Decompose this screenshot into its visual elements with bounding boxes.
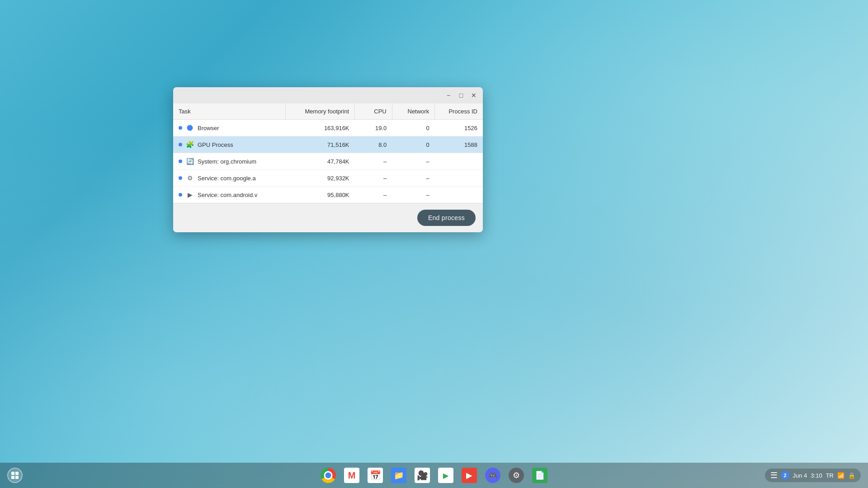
window-footer: End process (173, 203, 483, 232)
taskbar-app-discord[interactable]: 🎮 (482, 465, 503, 486)
col-header-network[interactable]: Network (392, 103, 434, 120)
table-row[interactable]: ▶ Service: com.android.v 95,880K – – (173, 187, 483, 203)
cpu-cell: 8.0 (355, 136, 392, 153)
pid-cell: 1588 (435, 136, 483, 153)
taskbar-app-settings[interactable]: ⚙ (506, 465, 527, 486)
maximize-button[interactable]: □ (457, 91, 466, 100)
table-row[interactable]: ⚙ Service: com.google.a 92,932K – – (173, 170, 483, 187)
wifi-icon: 📶 (837, 472, 844, 479)
cpu-cell: – (355, 187, 392, 203)
taskbar-app-files[interactable]: 📁 (388, 465, 409, 486)
table-row[interactable]: Browser 163,916K 19.0 0 1526 (173, 120, 483, 136)
task-cell-service-android[interactable]: ▶ Service: com.android.v (173, 187, 285, 203)
status-dot (179, 143, 182, 146)
desktop (0, 0, 868, 488)
taskbar-app-chrome[interactable] (318, 465, 339, 486)
cpu-cell: – (355, 170, 392, 187)
taskbar-app-files2[interactable]: 📄 (529, 465, 550, 486)
network-cell: – (392, 153, 434, 170)
taskbar-right: ☰ 2 Jun 4 3:10 TR 📶 🔒 (765, 469, 861, 482)
network-cell: 0 (392, 120, 434, 136)
lock-icon: 🔒 (848, 472, 855, 479)
task-name: Service: com.google.a (198, 175, 256, 182)
end-process-button[interactable]: End process (417, 210, 476, 226)
network-cell: – (392, 187, 434, 203)
memory-cell: 95,880K (285, 187, 355, 203)
task-table: Task Memory footprint CPU Network Proces… (173, 103, 483, 203)
col-header-pid[interactable]: Process ID (435, 103, 483, 120)
taskbar-app-gmail[interactable]: M (341, 465, 362, 486)
timezone-display: TR (826, 472, 834, 479)
tray-list-icon: ☰ (770, 470, 778, 480)
task-cell-gpu[interactable]: 🧩 GPU Process (173, 136, 285, 153)
task-name: System: org.chromium (198, 158, 256, 165)
status-dot (179, 160, 182, 163)
task-name: GPU Process (198, 141, 233, 148)
status-dot (179, 126, 182, 130)
status-dot (179, 193, 182, 197)
memory-cell: 71,516K (285, 136, 355, 153)
taskbar-app-calendar[interactable]: 📅 (365, 465, 386, 486)
col-header-memory[interactable]: Memory footprint (285, 103, 355, 120)
puzzle-icon: 🧩 (186, 141, 194, 149)
pid-cell (435, 187, 483, 203)
table-container: Task Memory footprint CPU Network Proces… (173, 103, 483, 203)
system-icon: 🔄 (186, 157, 194, 165)
table-row[interactable]: 🔄 System: org.chromium 47,784K – – (173, 153, 483, 170)
cpu-cell: 19.0 (355, 120, 392, 136)
close-button[interactable]: ✕ (469, 91, 478, 100)
pid-cell (435, 170, 483, 187)
time-display: 3:10 (811, 472, 822, 479)
taskbar: M 📅 📁 🎥 ▶ ▶ 🎮 ⚙ 📄 (0, 463, 868, 488)
network-cell: 0 (392, 136, 434, 153)
col-header-cpu[interactable]: CPU (355, 103, 392, 120)
task-cell-system[interactable]: 🔄 System: org.chromium (173, 153, 285, 170)
col-header-task[interactable]: Task (173, 103, 285, 120)
taskbar-app-playstore[interactable]: ▶ (435, 465, 456, 486)
notification-badge: 2 (781, 471, 789, 479)
taskbar-left (7, 468, 23, 483)
chrome-icon (186, 124, 194, 132)
table-row[interactable]: 🧩 GPU Process 71,516K 8.0 0 1588 (173, 136, 483, 153)
minimize-button[interactable]: − (444, 91, 453, 100)
task-name: Service: com.android.v (198, 192, 257, 198)
service-icon: ⚙ (186, 174, 194, 182)
system-tray[interactable]: ☰ 2 Jun 4 3:10 TR 📶 🔒 (765, 469, 861, 482)
taskbar-app-meet[interactable]: 🎥 (412, 465, 433, 486)
task-manager-window: − □ ✕ Task Memory footprint CPU Network … (173, 87, 483, 232)
launcher-button[interactable] (7, 468, 23, 483)
task-cell-service-google[interactable]: ⚙ Service: com.google.a (173, 170, 285, 187)
cpu-cell: – (355, 153, 392, 170)
memory-cell: 92,932K (285, 170, 355, 187)
task-cell-browser[interactable]: Browser (173, 120, 285, 136)
network-cell: – (392, 170, 434, 187)
taskbar-dock: M 📅 📁 🎥 ▶ ▶ 🎮 ⚙ 📄 (318, 465, 550, 486)
pid-cell (435, 153, 483, 170)
task-name: Browser (198, 125, 219, 131)
memory-cell: 163,916K (285, 120, 355, 136)
service2-icon: ▶ (186, 191, 194, 199)
taskbar-app-youtube[interactable]: ▶ (459, 465, 480, 486)
memory-cell: 47,784K (285, 153, 355, 170)
window-titlebar: − □ ✕ (173, 87, 483, 103)
pid-cell: 1526 (435, 120, 483, 136)
status-dot (179, 176, 182, 180)
date-display: Jun 4 (793, 472, 807, 479)
